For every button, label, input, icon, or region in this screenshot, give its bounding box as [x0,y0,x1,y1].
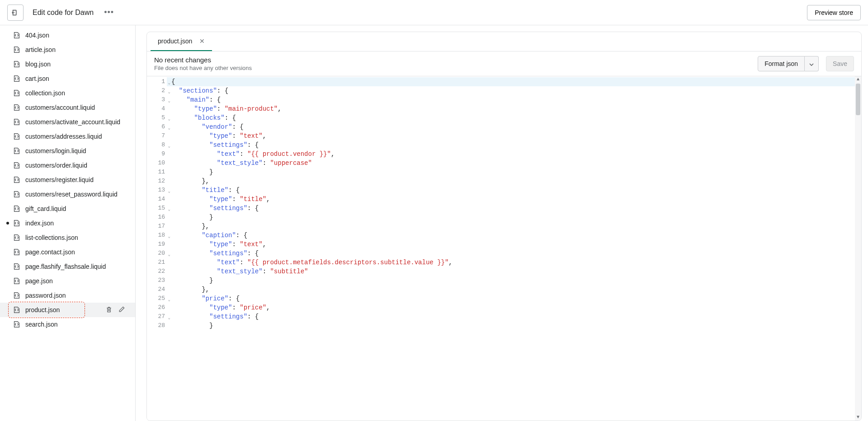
fold-icon[interactable]: ⌄ [168,232,170,241]
line-number: 1⌄ [147,77,167,86]
fold-icon[interactable]: ⌄ [168,295,170,304]
format-json-button[interactable]: Format json [758,56,805,71]
file-icon [13,219,21,227]
code-line[interactable]: }, [167,285,861,294]
line-number: 4 [147,104,167,113]
back-button[interactable] [7,5,24,21]
file-item-customers-reset-password-liquid[interactable]: customers/reset_password.liquid [0,187,135,201]
file-label: product.json [25,306,60,313]
code-editor[interactable]: 1⌄2⌄3⌄45⌄6⌄78⌄910111213⌄1415⌄161718⌄1920… [147,76,861,421]
fold-icon[interactable]: ⌄ [168,88,170,97]
code-line[interactable]: } [167,168,861,177]
line-number: 26 [147,303,167,312]
scroll-thumb[interactable] [856,84,860,115]
fold-icon[interactable]: ⌄ [168,79,170,88]
file-item-cart-json[interactable]: cart.json [0,71,135,86]
file-item-page-json[interactable]: page.json [0,274,135,288]
code-line[interactable]: "settings": { [167,204,861,213]
file-item-collection-json[interactable]: collection.json [0,86,135,100]
fold-icon[interactable]: ⌄ [168,124,170,133]
save-button[interactable]: Save [826,56,854,71]
code-line[interactable]: "vendor": { [167,122,861,131]
file-label: article.json [25,46,56,53]
code-area[interactable]: { "sections": { "main": { "type": "main-… [167,76,861,421]
line-number: 21 [147,258,167,267]
file-item-customers-account-liquid[interactable]: customers/account.liquid [0,100,135,115]
code-line[interactable]: } [167,321,861,330]
fold-icon[interactable]: ⌄ [168,250,170,259]
code-line[interactable]: }, [167,177,861,186]
file-icon [13,161,21,169]
code-line[interactable]: { [167,77,861,86]
fold-icon[interactable]: ⌄ [168,313,170,323]
file-label: page.flashify_flashsale.liquid [25,263,106,270]
file-list[interactable]: 404.jsonarticle.jsonblog.jsoncart.jsonco… [0,25,135,421]
code-line[interactable]: "text": "{{ product.metafields.descripto… [167,258,861,267]
file-item-article-json[interactable]: article.json [0,42,135,57]
code-line[interactable]: "title": { [167,186,861,195]
file-item-gift-card-liquid[interactable]: gift_card.liquid [0,201,135,216]
format-dropdown-button[interactable] [805,56,819,71]
code-line[interactable]: "settings": { [167,312,861,321]
preview-store-button[interactable]: Preview store [807,5,861,20]
file-icon [13,46,21,54]
file-item-customers-order-liquid[interactable]: customers/order.liquid [0,158,135,173]
line-number: 24 [147,285,167,294]
file-label: cart.json [25,75,49,82]
code-line[interactable]: "text_style": "subtitle" [167,267,861,276]
tab-close-icon[interactable]: ✕ [199,37,205,45]
code-line[interactable]: "text": "{{ product.vendor }}", [167,150,861,159]
code-line[interactable]: "type": "text", [167,240,861,249]
code-line[interactable]: } [167,213,861,222]
fold-icon[interactable]: ⌄ [168,115,170,124]
fold-icon[interactable]: ⌄ [168,187,170,196]
topbar: Edit code for Dawn ••• Preview store [0,0,868,25]
scroll-down-icon[interactable]: ▼ [855,414,861,421]
file-icon [13,291,21,299]
code-line[interactable]: "type": "title", [167,195,861,204]
code-line[interactable]: "caption": { [167,231,861,240]
file-item-list-collections-json[interactable]: list-collections.json [0,230,135,245]
code-line[interactable]: "type": "text", [167,131,861,140]
fold-icon[interactable]: ⌄ [168,97,170,106]
editor-pane: product.json ✕ No recent changes File do… [136,25,868,421]
rename-file-button[interactable] [118,306,126,314]
code-line[interactable]: } [167,276,861,285]
file-item-customers-register-liquid[interactable]: customers/register.liquid [0,173,135,187]
code-line[interactable]: }, [167,222,861,231]
file-item-password-json[interactable]: password.json [0,288,135,303]
code-line[interactable]: "settings": { [167,140,861,150]
fold-icon[interactable]: ⌄ [168,142,170,151]
line-number: 14 [147,195,167,204]
file-item-customers-activate-account-liquid[interactable]: customers/activate_account.liquid [0,115,135,129]
code-line[interactable]: "blocks": { [167,113,861,122]
file-sidebar: 404.jsonarticle.jsonblog.jsoncart.jsonco… [0,25,136,421]
scroll-up-icon[interactable]: ▲ [855,76,861,83]
line-number: 15⌄ [147,204,167,213]
file-item-page-flashify-flashsale-liquid[interactable]: page.flashify_flashsale.liquid [0,259,135,274]
editor-scrollbar[interactable]: ▲ ▼ [855,76,861,421]
code-line[interactable]: "text_style": "uppercase" [167,159,861,168]
file-icon [13,306,21,314]
file-item-search-json[interactable]: search.json [0,317,135,332]
delete-file-button[interactable] [105,306,113,314]
file-item-404-json[interactable]: 404.json [0,28,135,42]
file-item-page-contact-json[interactable]: page.contact.json [0,245,135,259]
file-item-customers-login-liquid[interactable]: customers/login.liquid [0,144,135,158]
code-line[interactable]: "type": "price", [167,303,861,312]
code-line[interactable]: "settings": { [167,249,861,258]
file-item-blog-json[interactable]: blog.json [0,57,135,71]
file-label: customers/reset_password.liquid [25,191,118,198]
code-line[interactable]: "type": "main-product", [167,104,861,113]
fold-icon[interactable]: ⌄ [168,205,170,214]
tab-product-json[interactable]: product.json ✕ [151,32,212,51]
more-button[interactable]: ••• [103,6,115,19]
file-item-customers-addresses-liquid[interactable]: customers/addresses.liquid [0,129,135,144]
file-label: customers/activate_account.liquid [25,118,120,126]
file-item-index-json[interactable]: index.json [0,216,135,230]
code-line[interactable]: "sections": { [167,86,861,95]
file-icon [13,190,21,198]
file-item-product-json[interactable]: product.json [0,303,135,317]
code-line[interactable]: "price": { [167,294,861,303]
code-line[interactable]: "main": { [167,95,861,104]
